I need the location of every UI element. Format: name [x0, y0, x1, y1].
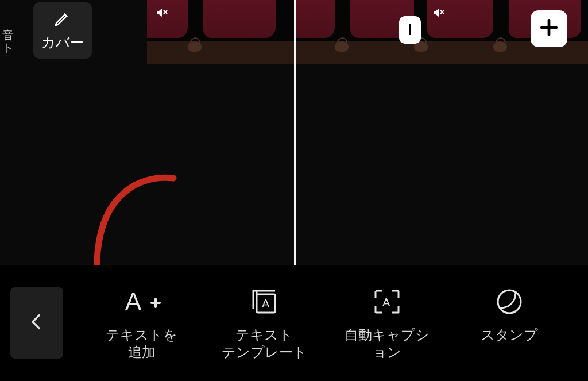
plus-icon: [538, 17, 560, 41]
clip-filmstrip[interactable]: [147, 0, 588, 64]
svg-point-4: [498, 290, 521, 313]
text-toolbar: A テキストを 追加 A テキスト テンプレート: [0, 265, 588, 381]
cover-button-label: カバー: [41, 33, 84, 52]
tool-sticker-label: スタンプ: [481, 326, 538, 344]
chevron-left-icon: [27, 308, 47, 338]
back-button[interactable]: [10, 287, 63, 359]
auto-caption-icon: A: [372, 285, 402, 318]
add-clip-button[interactable]: [531, 10, 567, 47]
tool-text-template-label: テキスト テンプレート: [222, 326, 307, 361]
svg-text:A: A: [262, 297, 270, 310]
tool-text-template[interactable]: A テキスト テンプレート: [207, 285, 322, 361]
mute-icon: [152, 5, 171, 21]
tool-add-text[interactable]: A テキストを 追加: [84, 285, 199, 361]
pencil-icon: [53, 9, 72, 30]
text-template-icon: A: [249, 285, 280, 318]
sticker-icon: [495, 285, 524, 318]
svg-text:A: A: [125, 288, 141, 315]
playhead-line[interactable]: [294, 0, 296, 267]
tool-sticker[interactable]: スタンプ: [452, 285, 567, 344]
split-handle-glyph: I: [408, 21, 412, 39]
mute-icon: [428, 5, 448, 21]
cover-button[interactable]: カバー: [33, 2, 92, 59]
svg-text:A: A: [382, 296, 390, 309]
add-text-icon: A: [122, 285, 162, 318]
tool-auto-caption[interactable]: A 自動キャプシ ョン: [330, 285, 444, 361]
editor-stage: 音 ト カバー: [0, 0, 588, 381]
side-track-label: 音 ト: [0, 29, 14, 54]
split-handle[interactable]: I: [399, 16, 421, 44]
tool-add-text-label: テキストを 追加: [106, 326, 177, 361]
tool-auto-caption-label: 自動キャプシ ョン: [345, 326, 430, 361]
